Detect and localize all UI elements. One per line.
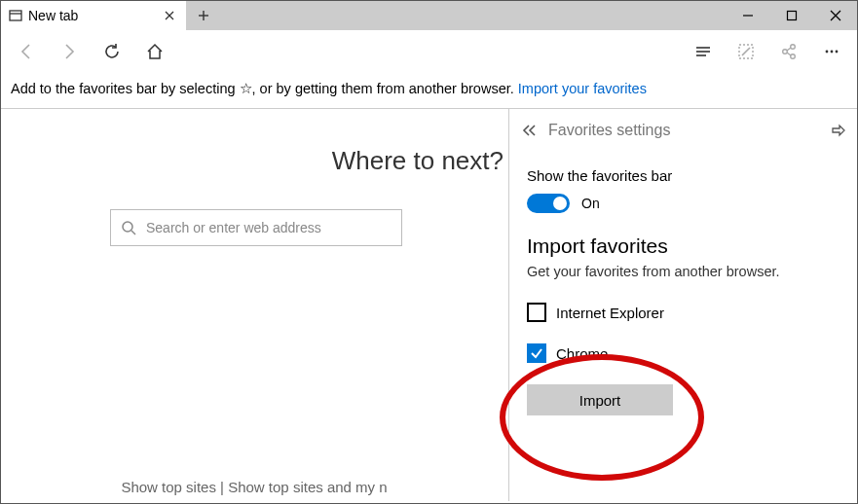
home-button[interactable] — [137, 34, 172, 69]
window-controls — [726, 1, 857, 30]
svg-rect-7 — [787, 12, 796, 20]
more-button[interactable] — [814, 34, 849, 69]
search-input[interactable] — [144, 219, 392, 236]
svg-point-20 — [831, 51, 834, 54]
minimize-button[interactable] — [726, 1, 769, 30]
svg-line-18 — [787, 53, 791, 55]
share-button[interactable] — [771, 34, 806, 69]
new-tab-button[interactable] — [186, 1, 221, 30]
svg-line-17 — [787, 48, 791, 51]
webnote-button[interactable] — [728, 34, 764, 69]
back-button[interactable] — [9, 34, 44, 69]
svg-line-23 — [131, 231, 135, 234]
import-option-label: Internet Explorer — [556, 305, 664, 321]
hint-text-middle: , or by getting them from another browse… — [252, 81, 518, 96]
import-option-chrome[interactable]: Chrome — [527, 343, 839, 363]
svg-point-22 — [123, 222, 132, 232]
svg-point-21 — [836, 51, 839, 54]
panel-header: Favorites settings — [509, 109, 857, 152]
forward-button[interactable] — [52, 34, 87, 69]
maximize-button[interactable] — [769, 1, 813, 30]
favorites-settings-panel: Favorites settings Show the favorites ba… — [508, 109, 857, 501]
import-option-label: Chrome — [556, 345, 608, 362]
page-title: Where to next? — [1, 146, 507, 176]
toggle-state-label: On — [581, 196, 600, 211]
favorites-bar-hint: Add to the favorites bar by selecting ☆,… — [1, 73, 857, 109]
star-icon: ☆ — [240, 81, 252, 96]
import-button[interactable]: Import — [527, 384, 673, 415]
titlebar-drag-region — [221, 1, 726, 30]
hint-text-prefix: Add to the favorites bar by selecting — [11, 81, 240, 96]
search-icon — [121, 220, 136, 235]
search-box[interactable] — [110, 209, 402, 246]
import-option-ie[interactable]: Internet Explorer — [527, 303, 839, 322]
svg-point-19 — [826, 51, 829, 54]
toolbar — [1, 30, 857, 73]
import-favorites-link[interactable]: Import your favorites — [518, 81, 647, 96]
title-bar: New tab — [1, 1, 857, 30]
show-favbar-toggle-row: On — [527, 194, 839, 213]
page-icon — [9, 9, 22, 22]
svg-point-14 — [783, 50, 788, 54]
newtab-content: Where to next? — [1, 109, 507, 246]
refresh-button[interactable] — [94, 34, 130, 69]
browser-tab[interactable]: New tab — [1, 1, 186, 30]
panel-title: Favorites settings — [548, 122, 670, 139]
checkbox-unchecked-icon[interactable] — [527, 303, 546, 322]
main-content: Where to next? Show top sites | Show top… — [1, 109, 857, 501]
import-button-label: Import — [579, 392, 621, 409]
import-favorites-sub: Get your favorites from another browser. — [527, 264, 839, 279]
tab-title: New tab — [28, 8, 78, 23]
close-tab-button[interactable] — [161, 11, 178, 20]
svg-point-16 — [791, 54, 796, 59]
svg-rect-0 — [10, 11, 21, 20]
svg-point-15 — [791, 45, 796, 50]
checkbox-checked-icon[interactable] — [527, 343, 546, 363]
customize-links[interactable]: Show top sites | Show top sites and my n — [1, 479, 507, 495]
panel-body: Show the favorites bar On Import favorit… — [509, 152, 857, 425]
collapse-icon[interactable] — [521, 124, 539, 137]
import-favorites-heading: Import favorites — [527, 234, 839, 258]
show-favbar-label: Show the favorites bar — [527, 167, 839, 184]
pin-icon[interactable] — [830, 123, 845, 138]
close-window-button[interactable] — [813, 1, 857, 30]
hub-button[interactable] — [686, 34, 721, 69]
show-favbar-toggle[interactable] — [527, 194, 570, 213]
